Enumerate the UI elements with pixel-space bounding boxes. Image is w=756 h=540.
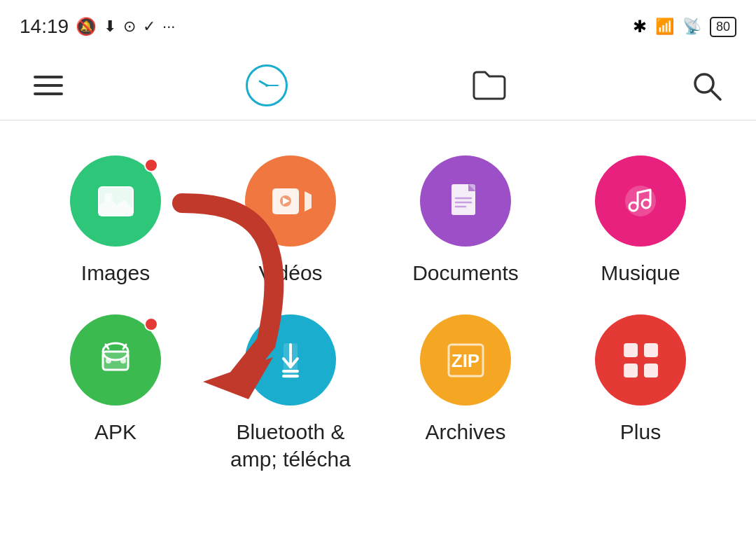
recents-button[interactable] [246, 64, 288, 106]
grid-item-documents[interactable]: Documents [378, 155, 553, 286]
category-grid: Images Vidéos Documents Musique APK Blue… [0, 120, 756, 494]
grid-item-videos[interactable]: Vidéos [203, 155, 378, 286]
label-bluetooth: Bluetooth &amp; télécha [230, 418, 351, 473]
battery-indicator: 80 [710, 17, 736, 37]
icon-circle-bluetooth [245, 314, 336, 406]
icon-circle-plus [595, 314, 686, 406]
mute-icon: 🔕 [76, 17, 97, 36]
label-apk: APK [94, 418, 136, 445]
status-left: 14:19 🔕 ⬇ ⊙ ✓ ··· [20, 15, 175, 38]
search-button[interactable] [690, 69, 722, 102]
badge-images [144, 158, 158, 172]
status-right: ✱ 📶 📡 80 [633, 17, 736, 37]
label-videos: Vidéos [258, 259, 322, 286]
svg-point-18 [106, 358, 111, 364]
icon-circle-documents [420, 155, 511, 247]
svg-marker-6 [304, 191, 312, 212]
more-icon: ··· [162, 18, 175, 36]
clock-icon [251, 70, 282, 101]
svg-rect-30 [624, 364, 638, 378]
grid-item-archives[interactable]: ZIP Archives [378, 314, 553, 473]
icon-circle-music [595, 155, 686, 247]
grid-item-bluetooth[interactable]: Bluetooth &amp; télécha [203, 314, 378, 473]
target-icon: ⊙ [123, 18, 136, 36]
svg-rect-28 [624, 343, 638, 357]
status-bar: 14:19 🔕 ⬇ ⊙ ✓ ··· ✱ 📶 📡 80 [0, 0, 756, 50]
top-nav [0, 50, 756, 120]
download-icon: ⬇ [104, 18, 116, 36]
menu-button[interactable] [34, 76, 63, 95]
label-images: Images [81, 259, 150, 286]
svg-rect-29 [644, 343, 658, 357]
svg-rect-31 [644, 364, 658, 378]
folder-button[interactable] [471, 69, 507, 102]
svg-point-19 [120, 358, 126, 364]
badge-apk [144, 317, 158, 331]
bluetooth-status-icon: ✱ [633, 17, 647, 36]
grid-item-music[interactable]: Musique [553, 155, 728, 286]
grid-item-plus[interactable]: Plus [553, 314, 728, 473]
grid-item-apk[interactable]: APK [28, 314, 203, 473]
icon-circle-videos [245, 155, 336, 247]
signal-icon: 📶 [655, 18, 674, 36]
icon-circle-images [70, 155, 161, 247]
wifi-icon: 📡 [682, 18, 701, 36]
time-display: 14:19 [20, 15, 69, 38]
folder-icon [471, 69, 507, 102]
icon-circle-archives: ZIP [420, 314, 511, 406]
svg-rect-10 [468, 184, 475, 191]
grid-item-images[interactable]: Images [28, 155, 203, 286]
label-documents: Documents [412, 259, 519, 286]
svg-text:ZIP: ZIP [451, 350, 479, 371]
label-plus: Plus [620, 418, 661, 445]
icon-circle-apk [70, 314, 161, 406]
label-archives: Archives [425, 418, 505, 445]
label-music: Musique [601, 259, 680, 286]
check-icon: ✓ [143, 18, 155, 36]
svg-line-1 [711, 90, 720, 99]
search-icon [690, 69, 722, 102]
